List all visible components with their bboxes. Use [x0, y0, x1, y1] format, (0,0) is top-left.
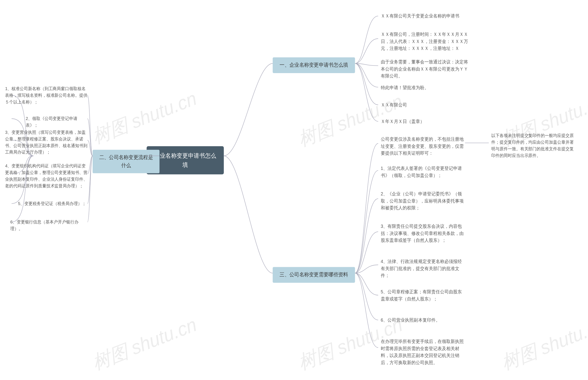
b3-leaf-4-text: 3、有限责任公司提交股东会决议，内容包括：决议事项、修改公司章程相关条款，由股东…: [381, 224, 464, 243]
b3-leaf-3-text: 2、《企业（公司）申请登记委托书》（领取，公司加盖公章），应标明具体委托事项和被…: [381, 191, 464, 210]
b3-leaf-7-text: 6、公司营业执照副本复印件。: [381, 318, 440, 323]
watermark: 树图 shutu.cn: [89, 312, 200, 376]
b3-leaf-1-text: 公司变更仅涉及名称变更的，不包括注册地址变更、注册资金变更、股东变更的，仅需要提…: [381, 136, 464, 156]
b2-leaf-4-text: 4、变更组织机构代码证（填写企业代码证变更表格，加盖公章，整理公司变更通知书、营…: [5, 164, 87, 188]
b2-leaf-3-text: 3、变更营业执照（填写公司变更表格，加盖公章，整理章程修正案、股东会决议、承诺书…: [5, 130, 87, 154]
b3-leaf-7[interactable]: 6、公司营业执照副本复印件。: [381, 317, 440, 324]
b3-leaf-8-text: 在办理完毕所有变更手续后，在领取新执照时需将原执照所需的全套登记表及相关材料，以…: [381, 339, 464, 365]
branch-3[interactable]: 三、公司名称变更需要哪些资料: [273, 267, 355, 283]
b3-leaf-1[interactable]: 公司变更仅涉及名称变更的，不包括注册地址变更、注册资金变更、股东变更的，仅需要提…: [381, 136, 466, 157]
branch-2[interactable]: 二、公司名称变更流程是什么: [92, 150, 160, 173]
b1-leaf-4-text: 特此申请！望批准为盼。: [381, 85, 429, 90]
b3-leaf-5-text: 4、法律、行政法规规定变更名称必须报经有关部门批准的，提交有关部门的批准文件；: [381, 259, 462, 278]
b3-leaf-1-sub-text: 以下各项未注明提交复印件的一般均应提交原件；提交复印件的，均应由公司加盖公章并署…: [491, 133, 573, 158]
b3-leaf-2-text: 1、法定代表人签署的《公司变更登记申请书》（领取，公司加盖公章）；: [381, 166, 462, 178]
b3-leaf-8[interactable]: 在办理完毕所有变更手续后，在领取新执照时需将原执照所需的全套登记表及相关材料，以…: [381, 338, 466, 366]
b2-leaf-2-text: 2、领取《公司变更登记申请表》；: [26, 116, 77, 127]
b3-leaf-5[interactable]: 4、法律、行政法规规定变更名称必须报经有关部门批准的，提交有关部门的批准文件；: [381, 258, 466, 279]
b1-leaf-3-text: 由于业务需要，董事会一致通过决议：决定将本公司的企业名称由ＸＸ有限公司更改为ＹＹ…: [381, 59, 468, 79]
b2-leaf-2[interactable]: 2、领取《公司变更登记申请表》；: [26, 115, 88, 129]
b1-leaf-6-text: Ｘ年Ｘ月Ｘ日（盖章）: [381, 119, 425, 124]
b3-leaf-2[interactable]: 1、法定代表人签署的《公司变更登记申请书》（领取，公司加盖公章）；: [381, 165, 466, 179]
b3-leaf-6[interactable]: 5、公司章程修正案；有限责任公司由股东盖章或签字（自然人股东）；: [381, 288, 466, 302]
branch-1[interactable]: 一、企业名称变更申请书怎么填: [273, 57, 355, 73]
branch-1-title: 一、企业名称变更申请书怎么填: [280, 62, 348, 68]
b1-leaf-2[interactable]: ＸＸ有限公司，注册时间：ＸＸ年ＸＸ月ＸＸ日，法人代表：ＸＸＸ，注册资金：ＸＸＸ万…: [381, 31, 468, 52]
b1-leaf-5[interactable]: ＸＸ有限公司: [381, 102, 407, 109]
b1-leaf-1-text: ＸＸ有限公司关于变更企业名称的申请书: [381, 13, 460, 19]
b1-leaf-1[interactable]: ＸＸ有限公司关于变更企业名称的申请书: [381, 12, 460, 19]
b2-leaf-6-text: 6、变更银行信息（基本户开户银行办理）。: [10, 220, 79, 231]
connector-lines: [0, 0, 588, 380]
b3-leaf-4[interactable]: 3、有限责任公司提交股东会决议，内容包括：决议事项、修改公司章程相关条款，由股东…: [381, 223, 466, 244]
b1-leaf-4[interactable]: 特此申请！望批准为盼。: [381, 84, 429, 91]
b1-leaf-5-text: ＸＸ有限公司: [381, 102, 407, 108]
b1-leaf-3[interactable]: 由于业务需要，董事会一致通过决议：决定将本公司的企业名称由ＸＸ有限公司更改为ＹＹ…: [381, 58, 468, 79]
b3-leaf-1-sub[interactable]: 以下各项未注明提交复印件的一般均应提交原件；提交复印件的，均应由公司加盖公章并署…: [491, 133, 576, 159]
b2-leaf-1-text: 1、核准公司新名称（到工商局窗口领取核名表格，填写核名资料，核准新公司名称。提供…: [5, 86, 87, 104]
b2-leaf-3[interactable]: 3、变更营业执照（填写公司变更表格，加盖公章，整理章程修正案、股东会决议、承诺书…: [5, 129, 87, 156]
root-title: 企业名称变更申请书怎么填: [154, 152, 216, 168]
branch-3-title: 三、公司名称变更需要哪些资料: [280, 272, 348, 277]
connector-lines-left-2: [0, 0, 588, 380]
b3-leaf-3[interactable]: 2、《企业（公司）申请登记委托书》（领取，公司加盖公章），应标明具体委托事项和被…: [381, 190, 466, 211]
watermark: 树图 shutu.cn: [498, 312, 588, 376]
b1-leaf-2-text: ＸＸ有限公司，注册时间：ＸＸ年ＸＸ月ＸＸ日，法人代表：ＸＸＸ，注册资金：ＸＸＸ万…: [381, 32, 468, 51]
b2-leaf-1b[interactable]: 1、核准公司新名称（到工商局窗口领取核名表格，填写核名资料，核准新公司名称。提供…: [5, 86, 87, 105]
branch-2-title: 二、公司名称变更流程是什么: [99, 154, 153, 168]
watermark: 树图 shutu.cn: [89, 86, 200, 150]
b2-leaf-6[interactable]: 6、变更银行信息（基本户开户银行办理）。: [10, 219, 88, 232]
b1-leaf-6[interactable]: Ｘ年Ｘ月Ｘ日（盖章）: [381, 118, 425, 125]
b2-leaf-5[interactable]: 5、变更税务登记证（税务局办理）；: [18, 200, 90, 207]
b2-leaf-4[interactable]: 4、变更组织机构代码证（填写企业代码证变更表格，加盖公章，整理公司变更通知书、营…: [5, 163, 87, 189]
b2-leaf-5-text: 5、变更税务登记证（税务局办理）；: [18, 201, 86, 206]
b3-leaf-6-text: 5、公司章程修正案；有限责任公司由股东盖章或签字（自然人股东）；: [381, 289, 462, 301]
